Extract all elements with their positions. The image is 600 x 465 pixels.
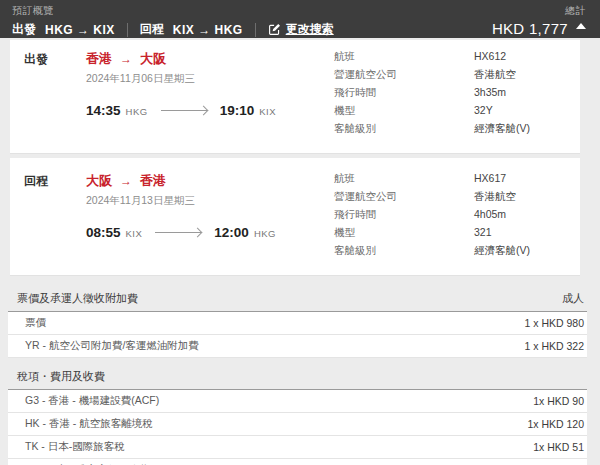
flight-arrow-icon	[161, 110, 207, 111]
change-search-label: 更改搜索	[286, 21, 334, 38]
outbound-label: 出發	[12, 21, 36, 38]
fare-breakdown: 票價及承運人徵收附加費 成人 票價 1 x HKD 980 YR - 航空公司附…	[8, 287, 587, 465]
segment-details: 航班HX617 營運航空公司香港航空 飛行時間4h05m 機型321 客艙級別經…	[334, 170, 580, 262]
cabin-class-label: 客艙級別	[334, 244, 474, 258]
segment-date: 2024年11月13日星期三	[86, 194, 334, 208]
aircraft-type-value: 32Y	[474, 104, 493, 118]
operating-carrier-label: 營運航空公司	[334, 190, 474, 204]
arrow-right-icon: →	[120, 174, 132, 188]
fare-section-header: 票價及承運人徵收附加費 成人	[8, 287, 587, 312]
aircraft-type-label: 機型	[334, 104, 474, 118]
flight-duration-value: 4h05m	[474, 208, 506, 222]
return-label: 回程	[140, 21, 164, 38]
segment-direction-label: 出發	[24, 48, 86, 140]
taxes-section-header: 稅項・費用及收費	[8, 365, 587, 390]
flight-number-value: HX612	[474, 50, 506, 64]
aircraft-type-value: 321	[474, 226, 492, 240]
cabin-class-label: 客艙級別	[334, 122, 474, 136]
tax-line-label: HK - 香港 - 航空旅客離境稅	[25, 417, 153, 431]
flight-arrow-icon	[155, 232, 201, 233]
return-route: KIX → HKG	[173, 23, 243, 37]
flight-duration-value: 3h35m	[474, 86, 506, 100]
arrival-airport-code: KIX	[259, 106, 276, 117]
arrow-right-icon: →	[120, 52, 132, 66]
segment-details: 航班HX612 營運航空公司香港航空 飛行時間3h35m 機型32Y 客艙級別經…	[334, 48, 580, 140]
flight-duration-label: 飛行時間	[334, 208, 474, 222]
fare-line-value: 1 x HKD 980	[524, 317, 584, 329]
booking-summary-bar: 預訂概覽 出發 HKG → KIX 回程 KIX → HKG 更改搜索 總計 H…	[0, 0, 600, 38]
tax-line-label: TK - 日本-國際旅客稅	[25, 440, 125, 454]
return-segment-card: 回程 大阪 → 香港 2024年11月13日星期三 08:55 KIX 12:0…	[10, 158, 580, 276]
segment-direction-label: 回程	[24, 170, 86, 262]
tax-line-value: 1x HKD 51	[533, 441, 584, 453]
flight-number-label: 航班	[334, 172, 474, 186]
change-search-link[interactable]: 更改搜索	[268, 21, 334, 38]
tax-line-hk: HK - 香港 - 航空旅客離境稅 1x HKD 120	[8, 413, 587, 436]
tax-line-value: 1x HKD 120	[527, 418, 584, 430]
arrival-time: 19:10	[220, 103, 255, 118]
edit-icon	[268, 23, 281, 36]
passenger-type-header: 成人	[562, 291, 584, 306]
route-summary: 出發 HKG → KIX 回程 KIX → HKG 更改搜索	[12, 21, 334, 38]
departure-time: 08:55	[86, 225, 121, 240]
taxes-section-title: 稅項・費用及收費	[17, 369, 105, 384]
header-total-label: 總計	[492, 4, 586, 18]
operating-carrier-value: 香港航空	[474, 68, 516, 82]
destination-city: 大阪	[140, 50, 166, 68]
fare-line-base-fare: 票價 1 x HKD 980	[8, 312, 587, 335]
outbound-segment-card: 出發 香港 → 大阪 2024年11月06日星期三 14:35 HKG 19:1…	[10, 40, 580, 154]
origin-city: 香港	[86, 50, 112, 68]
segment-date: 2024年11月06日星期三	[86, 72, 334, 86]
fare-line-yr-surcharge: YR - 航空公司附加費/客運燃油附加費 1 x HKD 322	[8, 335, 587, 358]
outbound-route: HKG → KIX	[45, 23, 115, 37]
cabin-class-value: 經濟客艙(V)	[474, 244, 530, 258]
operating-carrier-label: 營運航空公司	[334, 68, 474, 82]
tax-line-g3: G3 - 香港 - 機場建設費(ACF) 1x HKD 90	[8, 390, 587, 413]
operating-carrier-value: 香港航空	[474, 190, 516, 204]
fare-section-title: 票價及承運人徵收附加費	[17, 291, 138, 306]
tax-line-oi: OI - 日本 - 乘客安保服務費 1x HKD 17	[8, 459, 587, 465]
destination-city: 香港	[140, 172, 166, 190]
header-total-value: HKD 1,777	[492, 20, 568, 37]
fare-line-label: 票價	[25, 316, 46, 330]
departure-time: 14:35	[86, 103, 121, 118]
flight-number-label: 航班	[334, 50, 474, 64]
departure-airport-code: KIX	[126, 228, 143, 239]
origin-city: 大阪	[86, 172, 112, 190]
arrival-airport-code: HKG	[254, 228, 276, 239]
fare-line-label: YR - 航空公司附加費/客運燃油附加費	[25, 339, 199, 353]
tax-line-value: 1x HKD 90	[533, 395, 584, 407]
arrival-time: 12:00	[214, 225, 249, 240]
tax-line-label: G3 - 香港 - 機場建設費(ACF)	[25, 394, 159, 408]
tax-line-tk: TK - 日本-國際旅客稅 1x HKD 51	[8, 436, 587, 459]
divider	[255, 23, 256, 37]
flight-number-value: HX617	[474, 172, 506, 186]
flight-duration-label: 飛行時間	[334, 86, 474, 100]
booking-overview-title: 預訂概覽	[12, 4, 334, 18]
chevron-up-icon[interactable]	[576, 23, 586, 29]
aircraft-type-label: 機型	[334, 226, 474, 240]
divider	[127, 23, 128, 37]
fare-line-value: 1 x HKD 322	[524, 340, 584, 352]
cabin-class-value: 經濟客艙(V)	[474, 122, 530, 136]
departure-airport-code: HKG	[126, 106, 148, 117]
